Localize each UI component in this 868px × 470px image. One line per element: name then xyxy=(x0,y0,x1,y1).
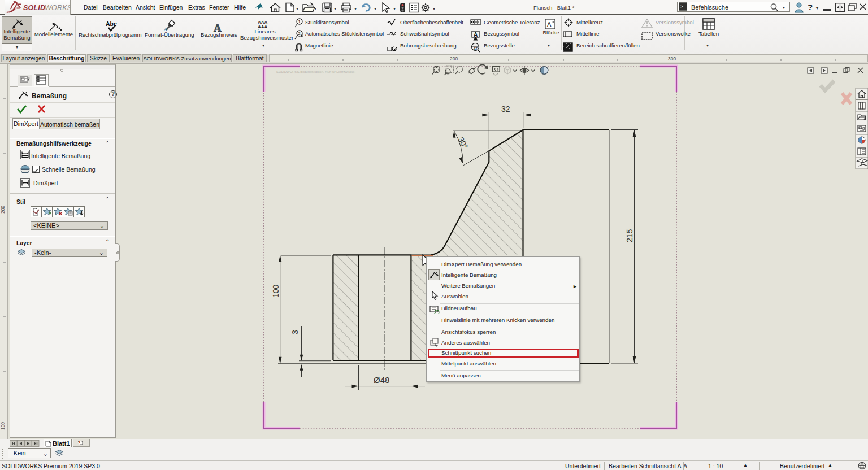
svg-text:A: A xyxy=(474,32,478,38)
svg-text:AT: AT xyxy=(474,47,478,51)
svg-text:2: 2 xyxy=(298,31,301,36)
svg-text:A: A xyxy=(547,21,552,28)
svg-text:AAA: AAA xyxy=(258,24,268,28)
svg-text:WORKS: WORKS xyxy=(45,4,70,12)
svg-text:1: 1 xyxy=(298,19,301,24)
svg-text:SOLID: SOLID xyxy=(23,4,45,12)
